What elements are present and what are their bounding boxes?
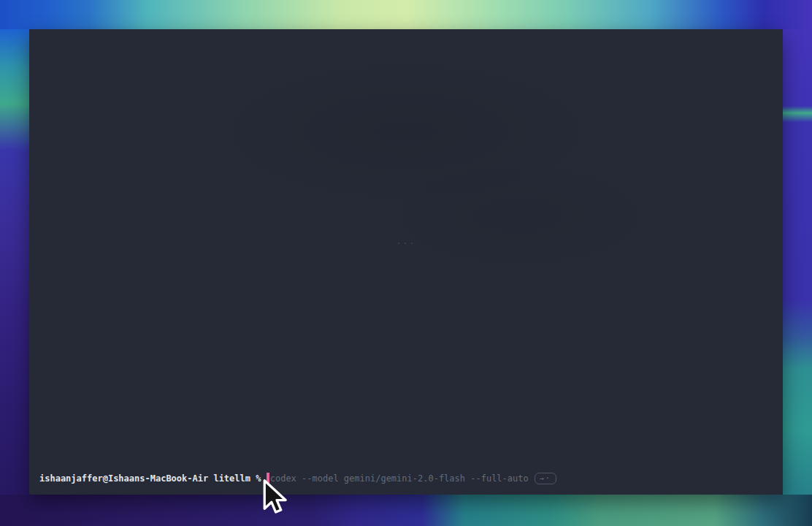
autosuggestion-text: codex --model gemini/gemini-2.0-flash --… bbox=[270, 473, 529, 484]
wallpaper-left-strip bbox=[0, 29, 29, 495]
prompt-symbol: % bbox=[256, 473, 261, 484]
text-cursor bbox=[267, 473, 269, 483]
loading-ellipsis: ... bbox=[396, 236, 416, 246]
prompt-user-host: ishaanjaffer@Ishaans-MacBook-Air bbox=[39, 473, 208, 484]
prompt-directory: litellm bbox=[213, 473, 250, 484]
terminal-window[interactable]: ... ishaanjaffer@Ishaans-MacBook-Air lit… bbox=[29, 29, 783, 495]
desktop: ... ishaanjaffer@Ishaans-MacBook-Air lit… bbox=[0, 0, 812, 526]
wallpaper-top-strip bbox=[0, 0, 812, 29]
accept-suggestion-hint-badge: →· bbox=[535, 473, 556, 484]
wallpaper-right-strip bbox=[783, 29, 812, 495]
terminal-prompt-line[interactable]: ishaanjaffer@Ishaans-MacBook-Air litellm… bbox=[39, 473, 556, 484]
arrow-right-icon: →· bbox=[540, 474, 551, 482]
wallpaper-bottom-strip bbox=[0, 495, 812, 526]
